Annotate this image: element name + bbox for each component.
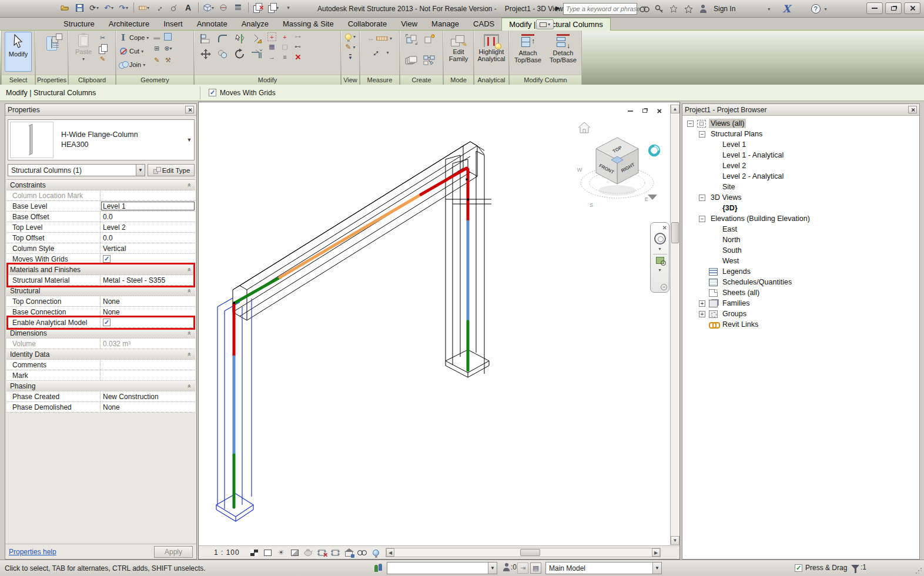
detail-level-icon[interactable] [249, 548, 259, 557]
fillet-icon[interactable] [216, 32, 229, 45]
hide-isolate-icon[interactable] [344, 548, 354, 557]
drawing-area[interactable]: W S E TOP FRONT RIGHT ▾ ▾ − ▲ ▼ [198, 102, 680, 560]
selection-filter-control[interactable]: :1 [851, 563, 866, 571]
section-dimensions[interactable]: Dimensions» [6, 328, 195, 339]
panel-label-measure[interactable]: Measure [360, 75, 399, 85]
tree-item-east[interactable]: East [684, 224, 918, 235]
scroll-down-icon[interactable]: ▼ [671, 536, 679, 545]
view-scale-button[interactable]: 1 : 100 [214, 548, 240, 557]
collapse-chevron-icon[interactable]: » [185, 384, 192, 387]
compass-south-label[interactable]: S [590, 202, 593, 208]
collapse-chevron-icon[interactable]: » [185, 267, 192, 271]
press-and-drag-checkbox[interactable] [795, 564, 802, 572]
tab-annotate[interactable]: Annotate [190, 18, 235, 31]
tree-item-3d-views[interactable]: −3D Views [684, 192, 918, 203]
collapse-icon[interactable]: − [699, 131, 705, 138]
moves-with-grids-checkbox[interactable] [209, 89, 216, 96]
checkbox-moves-with-grids[interactable] [103, 255, 111, 263]
tree-item-sheets-all[interactable]: Sheets (all) [684, 287, 918, 298]
paint-button[interactable]: ✎▾ [345, 43, 355, 51]
minimize-button[interactable] [866, 2, 883, 14]
view-cube[interactable]: W S E TOP FRONT RIGHT [577, 122, 659, 208]
scroll-right-icon[interactable]: ▶ [652, 548, 660, 557]
horizontal-scroll-thumb[interactable] [520, 549, 540, 556]
create-parts-icon[interactable] [423, 54, 436, 67]
value-phase-created[interactable]: New Construction [101, 391, 195, 401]
tab-modify-structural-columns[interactable]: Modify | Structural Columns [501, 18, 610, 31]
offset-icon[interactable] [216, 48, 229, 61]
cut-button[interactable]: Cut▾ [119, 46, 143, 56]
unjoin-icon[interactable]: ⊗▾ [163, 44, 172, 53]
favorites-star-icon[interactable] [683, 4, 694, 14]
value-comments[interactable] [101, 360, 195, 370]
model-3d-view[interactable]: W S E TOP FRONT RIGHT [199, 102, 681, 560]
project-browser-close-button[interactable] [908, 106, 917, 113]
measure-along-element-button[interactable]: ↔▾ [370, 47, 389, 58]
tab-manage[interactable]: Manage [424, 18, 466, 31]
default-3d-view-icon[interactable]: ▾ [203, 2, 215, 14]
properties-help-link[interactable]: Properties help [9, 548, 56, 556]
cut-to-clipboard-icon[interactable]: ✂ [98, 34, 107, 42]
customize-qat-icon[interactable]: ▾ [282, 2, 294, 14]
sign-in-person-icon[interactable] [698, 4, 708, 14]
attach-top-base-button[interactable]: ↑ Attach Top/Base [511, 32, 544, 73]
value-structural-material[interactable]: Metal - Steel - S355 [101, 275, 195, 285]
panel-label-modify[interactable]: Modify [195, 75, 340, 85]
split-face-icon[interactable]: ✎ [152, 56, 161, 65]
tree-item-elevations-building-elevation[interactable]: −Elevations (Building Elevation) [684, 213, 918, 224]
horizontal-scrollbar[interactable]: ◀ ▶ [386, 548, 661, 557]
panel-display-toggle[interactable]: ▾ [536, 19, 554, 29]
vertical-scroll-thumb[interactable] [671, 222, 679, 243]
highlight-analytical-button[interactable]: Highlight Analytical [476, 32, 507, 73]
align-multi-icon[interactable]: ≡ [280, 52, 289, 61]
collapse-chevron-icon[interactable]: » [185, 331, 192, 334]
cope-button[interactable]: ICope▾ [119, 32, 149, 43]
undo-icon[interactable]: ↶▾ [103, 2, 115, 14]
tab-collaborate[interactable]: Collaborate [341, 18, 394, 31]
relinquish-button[interactable]: ⇥ [517, 562, 528, 574]
editable-elements-indicator[interactable]: :0 [503, 563, 517, 571]
collapse-icon[interactable]: − [699, 216, 705, 222]
move-icon[interactable] [199, 48, 212, 61]
join-button[interactable]: Join▾ [119, 59, 145, 70]
panel-label-create[interactable]: Create [400, 75, 443, 85]
scroll-up-icon[interactable]: ▲ [671, 105, 679, 113]
value-column-location-mark[interactable] [101, 190, 195, 200]
tree-item-south[interactable]: South [684, 245, 918, 256]
switch-windows-icon[interactable]: ▾ [267, 2, 279, 14]
design-option-combo[interactable]: Main Model ▼ [545, 562, 662, 574]
navbar-zoom-caret-icon[interactable]: ▾ [658, 267, 661, 273]
panel-label-view[interactable]: View [342, 75, 359, 85]
section-icon[interactable] [217, 2, 229, 14]
tree-item-level-1[interactable]: Level 1 [684, 139, 918, 150]
tree-item-west[interactable]: West [684, 256, 918, 266]
navbar-collapse-icon[interactable]: − [661, 284, 667, 290]
worksets-icon[interactable] [374, 563, 384, 573]
redo-icon[interactable]: ↷▾ [118, 2, 129, 14]
tab-view[interactable]: View [394, 18, 424, 31]
pin-icon[interactable]: ⊷ [293, 42, 302, 51]
detach-top-base-button[interactable]: ↓ Detach Top/Base [547, 32, 580, 73]
trim-extend-icon[interactable] [250, 48, 263, 61]
align-icon[interactable] [199, 32, 212, 45]
compass-east-label[interactable]: E [645, 196, 648, 202]
unpin-icon[interactable]: ⊶ [293, 32, 302, 41]
mirror-draw-icon[interactable] [250, 32, 263, 45]
section-identity-data[interactable]: Identity Data» [6, 349, 195, 360]
tab-massing-site[interactable]: Massing & Site [276, 18, 341, 31]
copy-to-clipboard-icon[interactable] [98, 44, 107, 53]
expand-icon[interactable]: + [699, 311, 705, 317]
tree-item-schedules-quantities[interactable]: Schedules/Quantities [684, 277, 918, 287]
view-minimize-button[interactable] [626, 107, 635, 115]
expand-icon[interactable]: + [699, 300, 705, 307]
steering-wheel-icon[interactable] [654, 233, 666, 245]
reveal-hidden-icon[interactable] [371, 548, 381, 557]
save-icon[interactable] [73, 2, 85, 14]
collapse-chevron-icon[interactable]: » [185, 289, 192, 292]
vertical-scrollbar[interactable]: ▲ ▼ [670, 105, 679, 545]
workset-selector[interactable]: ▼ [387, 562, 497, 574]
search-icon[interactable] [639, 4, 650, 14]
navbar-close-icon[interactable] [662, 225, 667, 231]
zoom-tool-icon[interactable] [656, 257, 664, 264]
value-base-level[interactable]: Level 1 [101, 201, 195, 211]
